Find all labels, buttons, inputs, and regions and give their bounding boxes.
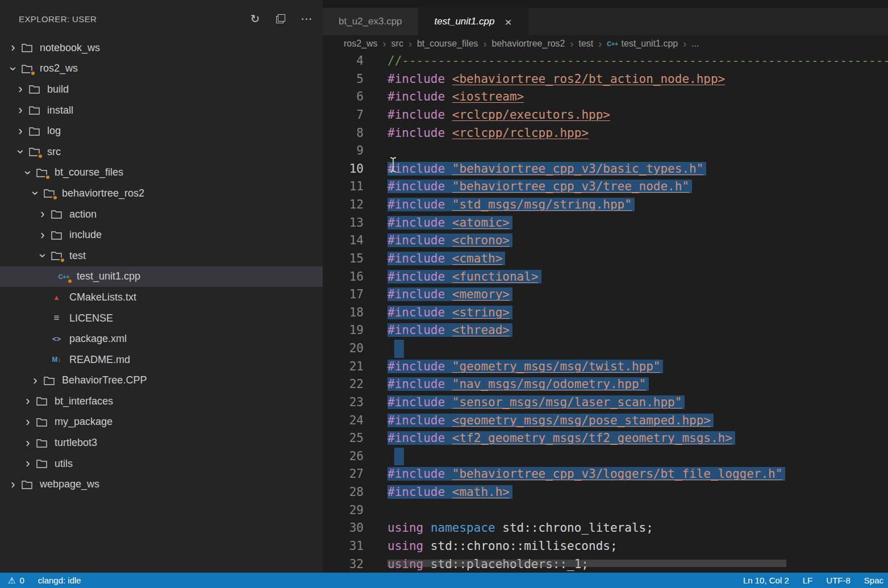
- chevron-down-icon[interactable]: ›: [14, 145, 27, 158]
- breadcrumb-item-ros2_ws[interactable]: ros2_ws: [344, 39, 378, 49]
- tree-item-action[interactable]: ›action: [0, 204, 323, 225]
- code-line-14[interactable]: 14#include <chrono>: [323, 232, 888, 250]
- code-token: #include: [387, 252, 445, 265]
- chevron-right-icon[interactable]: ›: [14, 83, 27, 95]
- refresh-icon[interactable]: ↻: [250, 13, 260, 24]
- tree-item-notebook_ws[interactable]: ›notebook_ws: [0, 37, 323, 59]
- chevron-down-icon[interactable]: ›: [7, 62, 19, 75]
- chevron-right-icon[interactable]: ›: [22, 395, 34, 407]
- selection-highlight: #include <geometry_msgs/msg/pose_stamped…: [387, 414, 714, 427]
- tree-item-webpage_ws[interactable]: ›webpage_ws: [0, 474, 323, 495]
- code-line-6[interactable]: 6#include <iostream>: [323, 88, 888, 106]
- code-line-20[interactable]: 20: [323, 340, 888, 358]
- code-line-18[interactable]: 18#include <string>: [323, 304, 888, 322]
- code-line-19[interactable]: 19#include <thread>: [323, 322, 888, 340]
- tree-item-LICENSE[interactable]: ≡LICENSE: [0, 308, 323, 329]
- code-line-26[interactable]: 26: [323, 448, 888, 466]
- code-token: [445, 270, 452, 283]
- tree-item-test_unit1.cpp[interactable]: C++test_unit1.cpp: [0, 266, 323, 287]
- code-line-15[interactable]: 15#include <cmath>: [323, 250, 888, 268]
- breadcrumb-item-test[interactable]: test: [579, 39, 594, 49]
- tree-item-behaviortree_ros2[interactable]: ›behaviortree_ros2: [0, 183, 323, 204]
- code-area: 4//-------------------------------------…: [323, 52, 888, 573]
- tree-item-install[interactable]: ›install: [0, 100, 323, 121]
- code-line-22[interactable]: 22#include "nav_msgs/msg/odometry.hpp": [323, 376, 888, 394]
- tree-item-bt_interfaces[interactable]: ›bt_interfaces: [0, 391, 323, 412]
- status-encoding[interactable]: UTF-8: [826, 576, 851, 585]
- chevron-right-icon[interactable]: ›: [22, 437, 34, 449]
- tree-item-CMakeLists.txt[interactable]: ▲CMakeLists.txt: [0, 287, 323, 308]
- status-cursor-position[interactable]: Ln 10, Col 2: [743, 576, 789, 585]
- tree-item-include[interactable]: ›include: [0, 224, 323, 245]
- tree-item-src[interactable]: ›src: [0, 141, 323, 162]
- tree-item-my_package[interactable]: ›my_package: [0, 412, 323, 433]
- code-line-24[interactable]: 24#include <geometry_msgs/msg/pose_stamp…: [323, 412, 888, 430]
- close-icon[interactable]: ×: [505, 16, 511, 28]
- code-token: #include: [387, 414, 445, 427]
- code-line-31[interactable]: 31using std::chrono::milliseconds;: [323, 537, 888, 556]
- tree-item-README.md[interactable]: M↓README.md: [0, 349, 323, 370]
- chevron-down-icon[interactable]: ›: [22, 166, 34, 179]
- status-problems[interactable]: ⚠0: [8, 576, 24, 586]
- tree-item-test[interactable]: ›test: [0, 245, 323, 266]
- modified-dot: [30, 70, 36, 76]
- more-actions-icon[interactable]: ⋯: [301, 13, 312, 24]
- code-line-25[interactable]: 25#include <tf2_geometry_msgs/tf2_geomet…: [323, 429, 888, 448]
- code-line-28[interactable]: 28#include <math.h>: [323, 483, 888, 502]
- code-line-17[interactable]: 17#include <memory>: [323, 286, 888, 304]
- code-token: #include: [387, 108, 445, 122]
- code-line-27[interactable]: 27#include "behaviortree_cpp_v3/loggers/…: [323, 465, 888, 483]
- chevron-right-icon[interactable]: ›: [36, 208, 49, 220]
- code-line-13[interactable]: 13#include <atomic>: [323, 214, 888, 232]
- tab-test_unit1.cpp[interactable]: test_unit1.cpp×: [419, 8, 528, 35]
- status-bar-left: ⚠0clangd: idle: [8, 576, 81, 586]
- chevron-right-icon[interactable]: ›: [29, 374, 41, 387]
- code-line-23[interactable]: 23#include "sensor_msgs/msg/laser_scan.h…: [323, 394, 888, 412]
- tree-item-BehaviorTree.CPP[interactable]: ›BehaviorTree.CPP: [0, 370, 323, 391]
- chevron-right-icon[interactable]: ›: [36, 229, 49, 241]
- code-text: #include <thread>: [364, 322, 512, 340]
- chevron-right-icon[interactable]: ›: [22, 457, 34, 470]
- tree-item-log[interactable]: ›log: [0, 120, 323, 141]
- tree-item-turtlebot3[interactable]: ›turtlebot3: [0, 432, 323, 453]
- code-line-30[interactable]: 30using namespace std::chrono_literals;: [323, 519, 888, 537]
- code-token: [445, 90, 452, 103]
- code-line-11[interactable]: 11#include "behaviortree_cpp_v3/tree_nod…: [323, 178, 888, 196]
- tree-item-ros2_ws[interactable]: ›ros2_ws: [0, 59, 323, 80]
- breadcrumb-item-behaviortree_ros2[interactable]: behaviortree_ros2: [492, 39, 565, 49]
- chevron-down-icon[interactable]: ›: [36, 249, 49, 262]
- code-editor[interactable]: 4//-------------------------------------…: [323, 52, 888, 573]
- code-line-12[interactable]: 12#include "std_msgs/msg/string.hpp": [323, 196, 888, 214]
- code-line-8[interactable]: 8#include <rclcpp/rclcpp.hpp>: [323, 124, 888, 143]
- tree-item-package.xml[interactable]: <>package.xml: [0, 328, 323, 349]
- tab-bt_u2_ex3.cpp[interactable]: bt_u2_ex3.cpp: [323, 8, 419, 35]
- tree-item-build[interactable]: ›build: [0, 79, 323, 100]
- code-line-5[interactable]: 5#include <behaviortree_ros2/bt_action_n…: [323, 70, 888, 89]
- chevron-right-icon[interactable]: ›: [14, 125, 27, 137]
- code-line-21[interactable]: 21#include "geometry_msgs/msg/twist.hpp": [323, 358, 888, 376]
- chevron-right-icon[interactable]: ›: [7, 478, 19, 491]
- tree-item-bt_course_files[interactable]: ›bt_course_files: [0, 162, 323, 184]
- code-line-7[interactable]: 7#include <rclcpp/executors.hpp>: [323, 106, 888, 124]
- code-line-16[interactable]: 16#include <functional>: [323, 268, 888, 286]
- breadcrumb-item-test_unit1.cpp[interactable]: C++test_unit1.cpp: [607, 39, 678, 49]
- horizontal-scrollbar[interactable]: [387, 560, 786, 567]
- line-number: 32: [323, 556, 364, 573]
- code-line-10[interactable]: 10#include "behaviortree_cpp_v3/basic_ty…: [323, 160, 888, 178]
- chevron-right-icon[interactable]: ›: [7, 41, 19, 54]
- tree-item-utils[interactable]: ›utils: [0, 453, 323, 474]
- breadcrumb-item-bt_course_files[interactable]: bt_course_files: [417, 39, 478, 49]
- status-eol[interactable]: LF: [803, 576, 813, 585]
- breadcrumb-item-...[interactable]: ...: [691, 39, 699, 49]
- chevron-right-icon[interactable]: ›: [22, 416, 34, 428]
- code-line-29[interactable]: 29: [323, 502, 888, 520]
- breadcrumb-item-src[interactable]: src: [391, 39, 403, 49]
- chevron-right-icon[interactable]: ›: [14, 104, 27, 116]
- chevron-down-icon[interactable]: ›: [29, 187, 41, 199]
- files-icon[interactable]: [276, 14, 285, 23]
- status-indentation[interactable]: Spac: [864, 576, 883, 585]
- status-clangd-status[interactable]: clangd: idle: [38, 576, 81, 585]
- code-token: #include: [387, 395, 445, 409]
- code-line-9[interactable]: 9: [323, 142, 888, 160]
- code-line-4[interactable]: 4//-------------------------------------…: [323, 52, 888, 70]
